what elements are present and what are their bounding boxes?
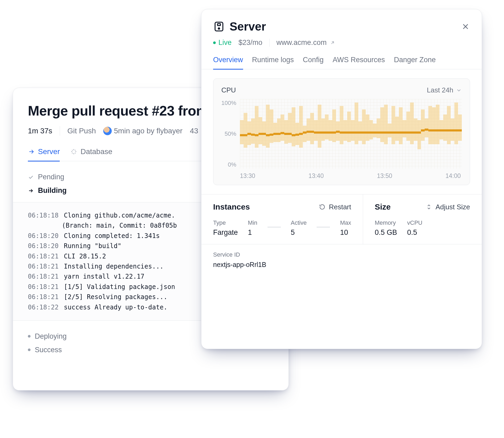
step-building-label: Building: [38, 186, 67, 195]
step-deploying-label: Deploying: [35, 332, 67, 341]
server-panel: Server Live $23/mo www.acme.com Overview…: [201, 9, 482, 349]
adjust-size-button[interactable]: Adjust Size: [425, 203, 470, 211]
instances-min-value: 1: [248, 228, 257, 237]
size-mem-value: 0.5 GB: [375, 228, 397, 237]
service-id-label: Service ID: [213, 251, 470, 258]
server-title: Server: [230, 20, 266, 33]
server-price: $23/mo: [239, 39, 262, 47]
cpu-y-axis: 100% 50% 0%: [221, 99, 236, 169]
size-pane: Size Adjust Size Memory0.5 GB vCPU0.5: [363, 194, 482, 244]
size-vcpu-value: 0.5: [407, 228, 422, 237]
size-mem-label: Memory: [375, 219, 397, 226]
range-selector[interactable]: Last 24h: [427, 86, 462, 94]
instances-title: Instances: [213, 202, 250, 211]
sparkle-icon: [70, 148, 77, 155]
size-title: Size: [375, 202, 391, 211]
instances-active-label: Active: [291, 219, 307, 226]
cpu-label: CPU: [221, 86, 236, 94]
instances-active-value: 5: [291, 228, 307, 237]
check-icon: [28, 174, 34, 180]
chevron-down-icon: [456, 87, 462, 93]
range-line-icon: [317, 227, 330, 227]
build-ago-by: 5min ago by flybayer: [114, 127, 182, 135]
tab-runtime-logs[interactable]: Runtime logs: [252, 56, 294, 70]
server-icon: [213, 21, 225, 32]
avatar: [103, 127, 112, 135]
external-link-icon: [330, 40, 335, 45]
instances-max-value: 10: [340, 228, 351, 237]
server-url-link[interactable]: www.acme.com: [277, 39, 335, 47]
instances-pane: Instances Restart TypeFargate Min1 Activ…: [201, 194, 363, 244]
status-live: Live: [213, 39, 232, 47]
bullet-icon: [28, 348, 31, 351]
tab-database[interactable]: Database: [70, 147, 112, 161]
size-vcpu-label: vCPU: [407, 219, 422, 226]
arrow-right-icon: [28, 188, 34, 194]
server-tabs: OverviewRuntime logsConfigAWS ResourcesD…: [201, 56, 482, 69]
cpu-x-axis: 13:30 13:40 13:50 14:00: [221, 172, 462, 180]
instances-min-label: Min: [248, 219, 257, 226]
tab-overview[interactable]: Overview: [213, 56, 243, 70]
tab-config[interactable]: Config: [303, 56, 324, 70]
build-commit-short: 43: [190, 127, 198, 135]
status-dot-icon: [213, 41, 216, 44]
tab-server-label: Server: [38, 147, 60, 156]
cpu-chart-panel: CPU Last 24h 100% 50% 0% 13:30 13:40 13:…: [213, 78, 470, 185]
restart-icon: [319, 203, 326, 210]
instances-type-label: Type: [213, 219, 238, 226]
tab-database-label: Database: [80, 147, 112, 156]
svg-rect-1: [218, 24, 221, 25]
bullet-icon: [28, 335, 31, 338]
build-duration: 1m 37s: [28, 127, 52, 135]
svg-point-2: [218, 28, 219, 29]
instances-type-value: Fargate: [213, 228, 238, 237]
build-source: Git Push: [67, 127, 96, 135]
adjust-icon: [425, 203, 432, 210]
range-line-icon: [268, 227, 281, 227]
arrow-right-icon: [28, 148, 35, 155]
close-icon[interactable]: [461, 22, 470, 31]
cpu-chart: [240, 99, 462, 169]
tab-server[interactable]: Server: [28, 147, 60, 161]
step-success-label: Success: [35, 346, 62, 354]
restart-button[interactable]: Restart: [319, 203, 351, 211]
service-id-value: nextjs-app-oRrl1B: [213, 261, 470, 269]
step-pending-label: Pending: [38, 173, 64, 181]
instances-max-label: Max: [340, 219, 351, 226]
service-id-row: Service ID nextjs-app-oRrl1B: [201, 244, 482, 278]
tab-danger-zone[interactable]: Danger Zone: [394, 56, 436, 70]
tab-aws-resources[interactable]: AWS Resources: [333, 56, 385, 70]
